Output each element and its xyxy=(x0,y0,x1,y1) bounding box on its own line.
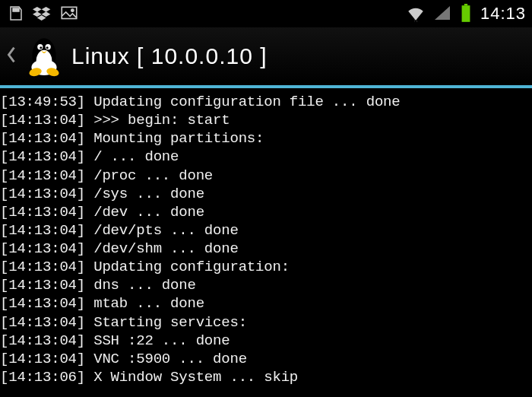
terminal-line: [14:13:04] Mounting partitions: xyxy=(0,129,532,148)
app-title-ip: [ 10.0.0.10 ] xyxy=(137,43,267,68)
terminal-line: [14:13:04] mtab ... done xyxy=(0,294,532,313)
status-right: ↑↓ 14:13 xyxy=(406,4,526,24)
wifi-icon: ↑↓ xyxy=(406,4,426,24)
status-clock: 14:13 xyxy=(480,4,526,24)
svg-point-4 xyxy=(71,9,74,11)
svg-rect-0 xyxy=(13,8,14,11)
terminal-line: [14:13:04] /sys ... done xyxy=(0,185,532,203)
svg-rect-6 xyxy=(464,4,467,5)
terminal-line: [14:13:04] /dev ... done xyxy=(0,203,532,221)
cell-signal-icon xyxy=(433,5,451,23)
terminal-line: [14:13:04] / ... done xyxy=(0,148,532,166)
svg-rect-1 xyxy=(15,8,17,11)
svg-rect-2 xyxy=(17,8,19,11)
terminal-output[interactable]: [13:49:53] Updating configuration file .… xyxy=(0,88,532,386)
sdcard-icon xyxy=(6,5,24,23)
app-header: Linux [ 10.0.0.10 ] xyxy=(0,27,532,85)
svg-rect-3 xyxy=(62,7,77,18)
terminal-line: [14:13:04] Starting services: xyxy=(0,313,532,332)
tux-icon xyxy=(24,33,64,80)
app-title: Linux [ 10.0.0.10 ] xyxy=(71,43,268,69)
svg-point-13 xyxy=(40,46,42,49)
terminal-line: [14:13:04] /proc ... done xyxy=(0,167,532,185)
terminal-line: [13:49:53] Updating configuration file .… xyxy=(0,93,532,111)
android-status-bar: ↑↓ 14:13 xyxy=(0,0,532,27)
svg-text:↑↓: ↑↓ xyxy=(413,17,419,23)
dropbox-icon xyxy=(32,4,52,24)
terminal-line: [14:13:04] >>> begin: start xyxy=(0,111,532,129)
terminal-line: [14:13:04] /dev/shm ... done xyxy=(0,240,532,258)
terminal-line: [14:13:04] dns ... done xyxy=(0,276,532,294)
terminal-line: [14:13:04] VNC :5900 ... done xyxy=(0,350,532,368)
terminal-line: [14:13:04] /dev/pts ... done xyxy=(0,221,532,240)
svg-point-14 xyxy=(46,46,49,49)
terminal-line: [14:13:06] X Window System ... skip xyxy=(0,368,532,386)
app-title-name: Linux xyxy=(71,43,130,68)
status-left xyxy=(6,4,79,24)
back-chevron-icon[interactable] xyxy=(6,43,17,69)
terminal-line: [14:13:04] SSH :22 ... done xyxy=(0,332,532,350)
picture-icon xyxy=(59,4,79,24)
svg-rect-7 xyxy=(462,5,470,22)
terminal-line: [14:13:04] Updating configuration: xyxy=(0,258,532,276)
battery-icon xyxy=(459,4,473,24)
